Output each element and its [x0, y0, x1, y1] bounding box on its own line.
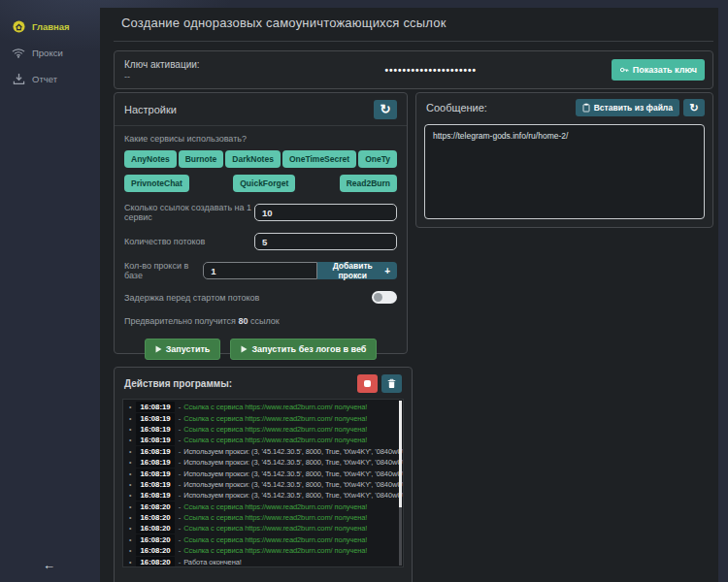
service-chip[interactable]: Burnote: [179, 150, 224, 168]
log-timestamp: 16:08:20: [136, 512, 174, 523]
show-key-button[interactable]: Показать ключ: [612, 59, 705, 81]
key-icon: [619, 65, 629, 75]
run-no-logs-label: Запустить без логов в веб: [251, 344, 366, 354]
activation-key-label: Ключ активации:: [124, 59, 250, 70]
paste-from-file-button[interactable]: Вставить из файла: [576, 99, 679, 116]
log-timestamp: 16:08:19: [136, 469, 174, 479]
log-message: Ссылка с сервиса https://www.read2burn.c…: [183, 502, 367, 511]
log-entry: 16:08:19 - Ссылка с сервиса https://www.…: [123, 424, 403, 435]
sidebar-item-label: Главная: [32, 21, 70, 32]
log-entry: 16:08:19 - Используем прокси: (3, '45.14…: [123, 468, 403, 478]
refresh-settings-button[interactable]: ↻: [374, 100, 397, 119]
add-proxy-label: Добавить прокси: [324, 261, 381, 280]
activation-key-sub: --: [124, 72, 250, 81]
proxy-count-input[interactable]: [203, 262, 317, 279]
log-separator: -: [179, 513, 182, 522]
sidebar-item-proxy[interactable]: Прокси: [0, 40, 97, 66]
message-title: Сообщение:: [426, 102, 487, 113]
log-message: Ссылка с сервиса https://www.read2burn.c…: [183, 425, 367, 434]
log-separator: -: [179, 436, 182, 444]
app-window: Главная Прокси Отчет ← Создание одноразо…: [0, 0, 728, 582]
service-chip[interactable]: PrivnoteChat: [124, 175, 189, 192]
log-separator: -: [179, 535, 182, 544]
service-chip[interactable]: Read2Burn: [340, 175, 397, 192]
refresh-message-button[interactable]: ↻: [683, 99, 705, 116]
delay-label: Задержка перед стартом потоков: [124, 293, 259, 303]
log-entry: 16:08:20 - Ссылка с сервиса https://www.…: [123, 523, 403, 534]
collapse-sidebar-arrow[interactable]: ←: [43, 558, 55, 572]
log-entries: 16:08:19 - Ссылка с сервиса https://www.…: [123, 402, 403, 567]
log-header: Действия программы:: [115, 368, 412, 399]
service-chip[interactable]: QuickForget: [233, 175, 295, 192]
proxy-count-row: Кол-во прокси в базе Добавить прокси +: [124, 261, 397, 280]
play-icon: [241, 345, 248, 353]
settings-title: Настройки: [124, 104, 177, 115]
log-timestamp: 16:08:19: [136, 457, 174, 468]
links-per-service-input[interactable]: [254, 204, 397, 221]
message-textarea[interactable]: https://telegram-gods.info/ru/home-2/: [424, 124, 705, 219]
log-separator: -: [179, 502, 182, 511]
clear-log-button[interactable]: [381, 374, 402, 393]
refresh-icon: ↻: [381, 102, 391, 116]
service-chip[interactable]: OneTy: [358, 150, 397, 168]
sidebar: Главная Прокси Отчет ←: [0, 0, 97, 582]
links-per-service-row: Сколько ссылок создавать на 1 сервис: [124, 203, 397, 222]
log-scrollbar-track[interactable]: [399, 507, 402, 566]
log-entry: 16:08:20 - Ссылка с сервиса https://www.…: [123, 545, 403, 556]
log-scrollbar-thumb[interactable]: [399, 401, 402, 507]
main-content: Создание одноразовых самоуничтожающихся …: [100, 8, 718, 582]
log-message: Используем прокси: (3, '45.142.30.5', 80…: [183, 447, 403, 456]
run-button[interactable]: Запустить: [145, 339, 221, 360]
log-message: Ссылка с сервиса https://www.read2burn.c…: [183, 403, 367, 411]
delay-toggle[interactable]: [372, 291, 397, 304]
log-entry: 16:08:19 - Ссылка с сервиса https://www.…: [123, 412, 403, 423]
sidebar-item-report[interactable]: Отчет: [0, 66, 97, 92]
service-chip[interactable]: OneTimeSecret: [282, 150, 356, 168]
log-timestamp: 16:08:20: [136, 523, 174, 534]
message-actions: Вставить из файла ↻: [576, 99, 705, 116]
log-timestamp: 16:08:19: [136, 479, 174, 490]
log-separator: -: [179, 458, 182, 467]
sidebar-item-home[interactable]: Главная: [0, 14, 97, 40]
preview-suffix: ссылок: [250, 316, 280, 326]
preview-count: 80: [238, 316, 248, 326]
log-entry: 16:08:19 - Используем прокси: (3, '45.14…: [123, 479, 403, 490]
paste-from-file-label: Вставить из файла: [594, 103, 673, 113]
stop-button[interactable]: [357, 374, 378, 393]
log-timestamp: 16:08:19: [136, 413, 174, 424]
log-entry: 16:08:19 - Используем прокси: (3, '45.14…: [123, 490, 403, 501]
show-key-label: Показать ключ: [633, 65, 697, 75]
service-chip[interactable]: DarkNotes: [225, 150, 281, 168]
settings-body: Какие сервисы использовать? AnyNotesBurn…: [115, 126, 407, 360]
log-timestamp: 16:08:20: [136, 534, 174, 545]
log-message: Используем прокси: (3, '45.142.30.5', 80…: [183, 469, 403, 478]
plus-icon: +: [384, 266, 390, 276]
log-separator: -: [179, 425, 182, 434]
log-timestamp: 16:08:19: [136, 424, 174, 435]
log-timestamp: 16:08:19: [136, 402, 174, 412]
log-entry: 16:08:19 - Ссылка с сервиса https://www.…: [123, 435, 403, 445]
masked-key-value: •••••••••••••••••••••: [250, 65, 612, 76]
settings-panel: Настройки ↻ Какие сервисы использовать? …: [114, 92, 408, 354]
add-proxy-button[interactable]: Добавить прокси +: [317, 262, 397, 279]
delay-row: Задержка перед стартом потоков: [124, 291, 397, 304]
service-chip[interactable]: AnyNotes: [124, 150, 177, 168]
log-timestamp: 16:08:20: [136, 545, 174, 556]
log-separator: -: [179, 414, 182, 423]
log-message: Ссылка с сервиса https://www.read2burn.c…: [183, 546, 367, 555]
log-message: Ссылка с сервиса https://www.read2burn.c…: [183, 414, 367, 423]
trash-icon: [387, 378, 396, 389]
message-header: Сообщение: Вставить из файла ↻: [416, 93, 712, 122]
log-timestamp: 16:08:19: [136, 446, 174, 457]
log-message: Используем прокси: (3, '45.142.30.5', 80…: [183, 480, 403, 489]
threads-input[interactable]: [254, 233, 397, 250]
log-message: Ссылка с сервиса https://www.read2burn.c…: [183, 524, 367, 533]
proxy-count-label: Кол-во прокси в базе: [124, 261, 203, 280]
message-panel: Сообщение: Вставить из файла ↻ https://t…: [415, 92, 713, 228]
links-per-service-label: Сколько ссылок создавать на 1 сервис: [124, 203, 254, 222]
log-timestamp: 16:08:20: [136, 501, 174, 512]
run-no-logs-button[interactable]: Запустить без логов в веб: [230, 339, 377, 360]
log-separator: -: [179, 524, 182, 533]
log-separator: -: [179, 469, 182, 478]
page-title: Создание одноразовых самоуничтожающихся …: [121, 16, 447, 30]
